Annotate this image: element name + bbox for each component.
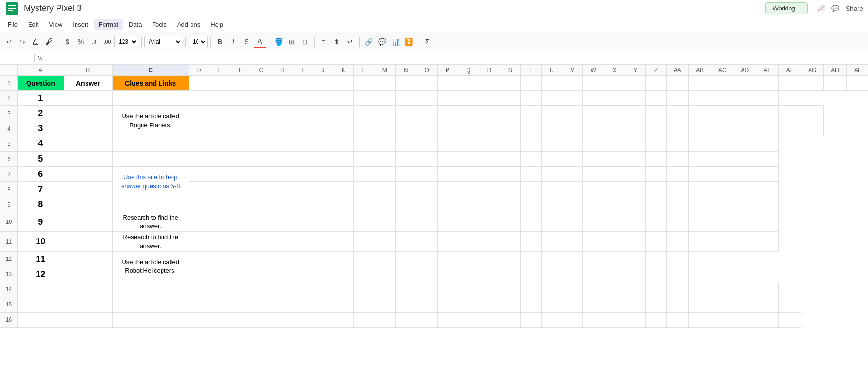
undo-button[interactable]: ↩ — [3, 36, 15, 48]
cell-X1[interactable] — [604, 76, 625, 91]
menu-view[interactable]: View — [44, 19, 67, 30]
cell-C6[interactable] — [112, 152, 189, 167]
col-header-Y[interactable]: Y — [625, 65, 646, 76]
textwrap-button[interactable]: ↵ — [344, 36, 356, 48]
col-header-AF[interactable]: AF — [779, 65, 801, 76]
cell-D2[interactable] — [189, 91, 210, 106]
function-button[interactable]: Σ — [421, 36, 433, 48]
col-header-AB[interactable]: AB — [689, 65, 711, 76]
cell-A8[interactable]: 7 — [18, 182, 64, 197]
cell-R1[interactable] — [479, 76, 500, 91]
cell-C12[interactable]: Use the article called Robot Helicopters… — [112, 251, 189, 282]
cell-AE1[interactable] — [756, 76, 779, 91]
cell-AF1[interactable] — [779, 76, 801, 91]
cell-K1[interactable] — [333, 76, 354, 91]
cell-L1[interactable] — [353, 76, 374, 91]
col-header-AH[interactable]: AH — [824, 65, 846, 76]
menu-tools[interactable]: Tools — [147, 19, 171, 30]
filter-button[interactable]: ⏬ — [402, 36, 415, 48]
cell-F1[interactable] — [230, 76, 251, 91]
col-header-AC[interactable]: AC — [711, 65, 734, 76]
menu-edit[interactable]: Edit — [23, 19, 43, 30]
cell-G1[interactable] — [251, 76, 272, 91]
cell-B7[interactable] — [64, 167, 112, 182]
col-header-D[interactable]: D — [189, 65, 210, 76]
cell-U1[interactable] — [541, 76, 562, 91]
cell-P1[interactable] — [437, 76, 458, 91]
halign-button[interactable]: ≡ — [317, 36, 330, 48]
cell-B6[interactable] — [64, 152, 112, 167]
cell-C9[interactable] — [112, 197, 189, 212]
col-header-AI[interactable]: AI — [846, 65, 868, 76]
share-button[interactable]: Share — [846, 5, 863, 12]
menu-format[interactable]: Format — [94, 19, 123, 30]
cell-B8[interactable] — [64, 182, 112, 197]
col-header-R[interactable]: R — [479, 65, 500, 76]
cell-E1[interactable] — [210, 76, 230, 91]
cell-C7[interactable]: Use this site to help answer questions 5… — [112, 167, 189, 197]
col-header-B[interactable]: B — [64, 65, 112, 76]
menu-file[interactable]: File — [3, 19, 22, 30]
dec-increase-button[interactable]: .00 — [101, 36, 114, 48]
cell-Y1[interactable] — [625, 76, 646, 91]
col-header-N[interactable]: N — [395, 65, 416, 76]
col-header-W[interactable]: W — [583, 65, 604, 76]
cell-A12[interactable]: 11 — [18, 251, 64, 267]
cell-B1[interactable]: Answer — [64, 76, 112, 91]
cell-A2[interactable]: 1 — [18, 91, 64, 106]
col-header-T[interactable]: T — [521, 65, 541, 76]
cell-reference-input[interactable] — [3, 54, 31, 61]
col-header-O[interactable]: O — [416, 65, 437, 76]
cell-Z1[interactable] — [646, 76, 666, 91]
cell-C1[interactable]: Clues and Links — [112, 76, 189, 91]
cell-A4[interactable]: 3 — [18, 121, 64, 136]
cell-O1[interactable] — [416, 76, 437, 91]
col-header-C[interactable]: C — [112, 65, 189, 76]
cell-A10[interactable]: 9 — [18, 212, 64, 232]
col-header-A[interactable]: A — [18, 65, 64, 76]
cell-T1[interactable] — [521, 76, 541, 91]
menu-help[interactable]: Help — [206, 19, 228, 30]
font-size-select[interactable]: 10 — [189, 36, 208, 48]
cell-C5[interactable] — [112, 136, 189, 152]
bold-button[interactable]: B — [214, 36, 226, 48]
formula-input[interactable] — [45, 54, 865, 61]
cell-C2[interactable] — [112, 91, 189, 106]
chart-button[interactable]: 📊 — [389, 36, 401, 48]
cell-A7[interactable]: 6 — [18, 167, 64, 182]
menu-data[interactable]: Data — [124, 19, 146, 30]
cell-S1[interactable] — [500, 76, 521, 91]
cell-B4[interactable] — [64, 121, 112, 136]
col-header-H[interactable]: H — [272, 65, 293, 76]
cell-A6[interactable]: 5 — [18, 152, 64, 167]
cell-I1[interactable] — [293, 76, 313, 91]
cell-B10[interactable] — [64, 212, 112, 232]
col-header-G[interactable]: G — [251, 65, 272, 76]
paint-format-button[interactable]: 🖌 — [43, 36, 55, 48]
menu-insert[interactable]: Insert — [68, 19, 93, 30]
cell-J1[interactable] — [313, 76, 333, 91]
link-button[interactable]: 🔗 — [362, 36, 375, 48]
comment-button[interactable]: 💬 — [376, 36, 388, 48]
fill-color-button[interactable]: 🪣 — [272, 36, 285, 48]
col-header-I[interactable]: I — [293, 65, 313, 76]
font-name-select[interactable]: Arial — [144, 36, 182, 48]
cell-C10[interactable]: Research to find the answer. — [112, 212, 189, 232]
col-header-V[interactable]: V — [562, 65, 583, 76]
cell-AB1[interactable] — [689, 76, 711, 91]
redo-button[interactable]: ↪ — [16, 36, 29, 48]
col-header-AD[interactable]: AD — [734, 65, 756, 76]
cell-B9[interactable] — [64, 197, 112, 212]
col-header-U[interactable]: U — [541, 65, 562, 76]
col-header-AA[interactable]: AA — [666, 65, 688, 76]
cell-B3[interactable] — [64, 106, 112, 121]
cell-C3[interactable]: Use the article called Rogue Planets. — [112, 106, 189, 136]
cell-B5[interactable] — [64, 136, 112, 152]
col-header-Q[interactable]: Q — [458, 65, 479, 76]
col-header-S[interactable]: S — [500, 65, 521, 76]
italic-button[interactable]: I — [227, 36, 239, 48]
cell-W1[interactable] — [583, 76, 604, 91]
comment-icon[interactable]: 💬 — [831, 5, 839, 12]
cell-A3[interactable]: 2 — [18, 106, 64, 121]
col-header-M[interactable]: M — [374, 65, 396, 76]
